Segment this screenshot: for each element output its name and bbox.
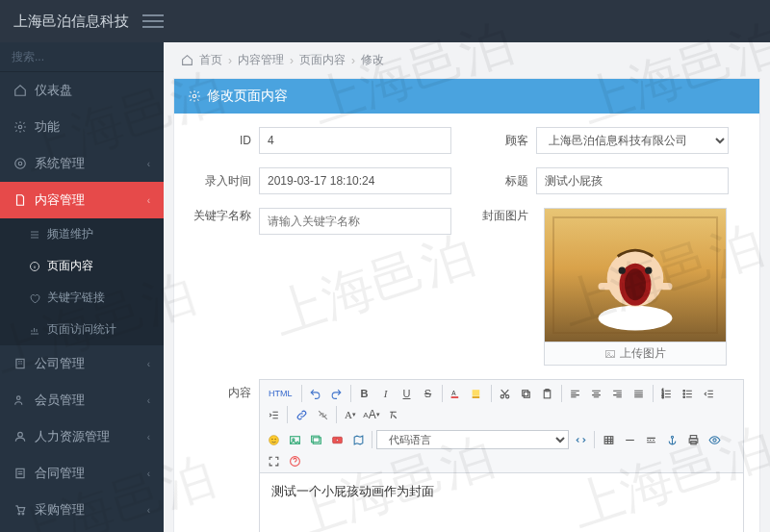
help-button[interactable] <box>285 451 304 470</box>
sidebar-sub-channel[interactable]: 频道维护 <box>0 218 164 250</box>
file-icon <box>13 193 27 207</box>
insert-code-button[interactable] <box>571 430 590 449</box>
paste-button[interactable] <box>538 384 557 403</box>
fullscreen-button[interactable] <box>264 451 283 470</box>
sidebar-item-purchase[interactable]: 采购管理 ‹ <box>0 492 164 528</box>
sidebar-item-system[interactable]: 系统管理 ‹ <box>0 145 164 182</box>
svg-rect-24 <box>658 283 673 290</box>
sidebar-search <box>0 42 164 72</box>
link-button[interactable] <box>292 405 311 424</box>
search-input[interactable] <box>12 50 156 63</box>
sidebar-item-content[interactable]: 内容管理 ‹ <box>0 182 164 218</box>
insert-image-button[interactable] <box>285 430 304 449</box>
cut-button[interactable] <box>496 384 515 403</box>
editor-toolbar: HTML B I U S A <box>259 379 744 473</box>
svg-point-9 <box>17 396 21 400</box>
redo-button[interactable] <box>327 384 346 403</box>
sidebar-item-function[interactable]: 功能 <box>0 109 164 145</box>
indent-button[interactable] <box>264 405 283 424</box>
sidebar-item-dashboard[interactable]: 仪表盘 <box>0 72 164 109</box>
menu-toggle-icon[interactable] <box>142 11 164 32</box>
insert-map-button[interactable] <box>348 430 368 449</box>
gear-icon <box>188 89 201 103</box>
unlink-button[interactable] <box>313 405 332 424</box>
breadcrumb: 首页 › 内容管理 › 页面内容 › 修改 <box>164 42 770 78</box>
html-source-button[interactable]: HTML <box>264 384 297 403</box>
code-language-select[interactable]: 代码语言 <box>376 430 569 449</box>
svg-point-13 <box>22 513 24 515</box>
sidebar-sub-pagecontent[interactable]: 页面内容 <box>0 250 164 282</box>
preview-button[interactable] <box>705 430 724 449</box>
italic-button[interactable]: I <box>376 384 396 403</box>
id-label: ID <box>190 134 259 147</box>
svg-point-2 <box>18 125 22 129</box>
table-button[interactable] <box>599 430 618 449</box>
id-input[interactable] <box>259 127 451 154</box>
align-justify-button[interactable] <box>629 384 649 403</box>
breadcrumb-l2[interactable]: 页面内容 <box>299 52 346 68</box>
breadcrumb-l1[interactable]: 内容管理 <box>238 52 284 68</box>
ordered-list-button[interactable]: 123 <box>657 384 677 403</box>
building-icon <box>13 357 27 370</box>
editor-content[interactable]: 测试一个小屁孩动画作为封面 <box>259 473 744 532</box>
content-label: 内容 <box>190 379 259 401</box>
sidebar-item-company[interactable]: 公司管理 ‹ <box>0 345 164 382</box>
toolbar-divider <box>653 385 654 402</box>
font-family-button[interactable]: A▾ <box>341 405 360 424</box>
svg-rect-33 <box>524 392 529 397</box>
sidebar-item-label: 采购管理 <box>35 501 85 519</box>
toolbar-divider <box>350 385 351 402</box>
customer-select[interactable]: 上海邑泊信息科技有限公司 <box>536 127 729 154</box>
breadcrumb-home[interactable]: 首页 <box>199 52 222 68</box>
font-size-button[interactable]: AA▾ <box>362 405 381 424</box>
keyword-input[interactable] <box>259 208 451 235</box>
image-icon <box>604 348 616 360</box>
pagebreak-button[interactable] <box>641 430 660 449</box>
strike-button[interactable]: S <box>419 384 438 403</box>
anchor-button[interactable] <box>662 430 681 449</box>
sidebar-item-label: 会员管理 <box>35 392 85 409</box>
hr-button[interactable] <box>620 430 639 449</box>
svg-rect-30 <box>473 396 480 398</box>
sidebar-item-member[interactable]: 会员管理 ‹ <box>0 382 164 418</box>
sidebar-item-contract[interactable]: 合同管理 ‹ <box>0 455 164 492</box>
sidebar-sub-keywordlink[interactable]: 关键字链接 <box>0 282 164 314</box>
undo-button[interactable] <box>306 384 325 403</box>
main: 首页 › 内容管理 › 页面内容 › 修改 修改页面内容 ID 顾客 上海邑泊信… <box>164 42 770 532</box>
multi-image-button[interactable] <box>306 430 325 449</box>
title-input[interactable] <box>536 167 729 194</box>
cartoon-icon <box>582 230 688 336</box>
align-left-button[interactable] <box>566 384 585 403</box>
sidebar-sub-pagestats[interactable]: 页面访问统计 <box>0 314 164 345</box>
forecolor-button[interactable]: A <box>447 384 466 403</box>
align-right-button[interactable] <box>608 384 628 403</box>
title-label: 标题 <box>467 173 536 190</box>
outdent-button[interactable] <box>700 384 719 403</box>
underline-button[interactable]: U <box>398 384 417 403</box>
customer-label: 顾客 <box>467 133 536 149</box>
users-icon <box>13 393 27 407</box>
emoji-button[interactable] <box>264 430 283 449</box>
bold-button[interactable]: B <box>355 384 374 403</box>
print-button[interactable] <box>683 430 703 449</box>
insert-media-button[interactable] <box>327 430 346 449</box>
backcolor-button[interactable] <box>468 384 487 403</box>
copy-button[interactable] <box>517 384 536 403</box>
chart-icon <box>29 324 40 336</box>
upload-image-button[interactable]: 上传图片 <box>544 342 727 366</box>
panel-header: 修改页面内容 <box>174 79 759 114</box>
time-input[interactable] <box>259 167 451 194</box>
svg-rect-34 <box>523 390 528 395</box>
svg-point-42 <box>683 395 685 397</box>
remove-format-button[interactable] <box>383 405 402 424</box>
upload-label: 上传图片 <box>620 345 666 362</box>
sidebar-item-label: 系统管理 <box>35 155 85 172</box>
sidebar-item-hr[interactable]: 人力资源管理 ‹ <box>0 418 164 455</box>
unordered-list-button[interactable] <box>679 384 698 403</box>
cover-image[interactable] <box>544 208 727 342</box>
toolbar-divider <box>491 385 492 402</box>
sidebar-item-order[interactable]: 订单管理 ‹ <box>0 528 164 532</box>
svg-point-17 <box>599 306 673 331</box>
align-center-button[interactable] <box>587 384 606 403</box>
chevron-left-icon: ‹ <box>147 195 150 206</box>
